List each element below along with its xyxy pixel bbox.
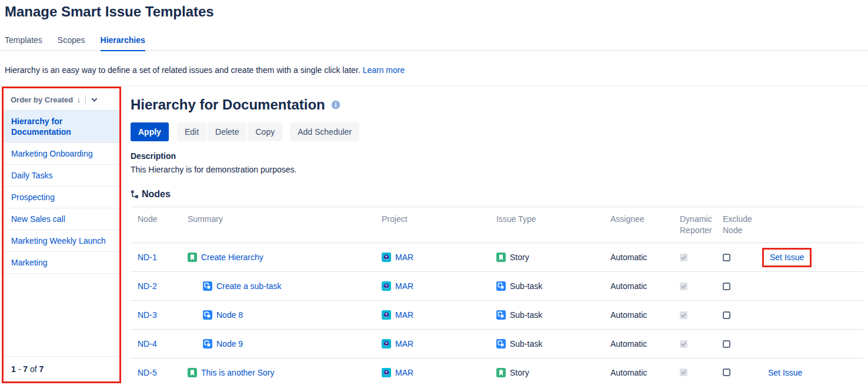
sidebar-item[interactable]: Hierarchy for Documentation [4, 111, 119, 143]
dynamic-reporter-cell [673, 369, 716, 376]
info-icon[interactable] [331, 100, 340, 109]
edit-button[interactable]: Edit [177, 122, 206, 141]
project-avatar-icon [382, 339, 391, 349]
exclude-node-checkbox[interactable] [723, 369, 730, 376]
assignee-label: Automatic [610, 310, 647, 320]
sidebar-item[interactable]: New Sales call [4, 208, 119, 230]
issue-type-cell: Sub-task [489, 281, 603, 291]
node-id-link[interactable]: ND-2 [138, 281, 157, 291]
node-id-link[interactable]: ND-5 [138, 368, 157, 377]
pagination-of: of [30, 364, 37, 374]
table-row: ND-2Create a sub-taskMARSub-taskAutomati… [131, 271, 863, 300]
project-link[interactable]: MAR [395, 281, 413, 291]
exclude-node-checkbox[interactable] [723, 254, 730, 261]
story-icon [496, 253, 506, 262]
node-id-link[interactable]: ND-4 [138, 339, 157, 349]
dynamic-reporter-checkbox [680, 340, 687, 348]
assignee-cell: Automatic [603, 310, 673, 320]
add-scheduler-button[interactable]: Add Scheduler [290, 122, 359, 141]
summary-cell: Create Hierarchy [181, 253, 375, 262]
dynamic-reporter-checkbox [680, 283, 687, 290]
main-panel: Hierarchy for Documentation Apply Edit D… [131, 86, 863, 385]
sidebar-item[interactable]: Marketing Onboarding [4, 143, 119, 165]
annotation-box-sidebar: Order by Created ↓ Hierarchy for Documen… [2, 87, 121, 383]
nodes-table: Node Summary Project Issue Type Assignee… [131, 207, 863, 385]
project-cell: MAR [375, 339, 489, 349]
issue-type-label: Story [510, 368, 529, 377]
summary-link[interactable]: Node 8 [216, 310, 243, 320]
dynamic-reporter-cell [673, 340, 716, 348]
sidebar-spacer [4, 274, 119, 356]
summary-link[interactable]: Node 9 [216, 339, 243, 349]
project-link[interactable]: MAR [395, 253, 413, 262]
exclude-node-checkbox[interactable] [723, 340, 730, 348]
project-avatar-icon [382, 281, 391, 291]
story-icon [188, 368, 197, 377]
table-row: ND-4Node 9MARSub-taskAutomatic [131, 329, 863, 358]
pagination-end: 7 [23, 364, 28, 374]
node-id-link[interactable]: ND-3 [138, 310, 157, 320]
set-issue-link[interactable]: Set Issue [770, 253, 804, 262]
action-cell: Set Issue [761, 248, 863, 267]
learn-more-link[interactable]: Learn more [363, 65, 405, 75]
issue-type-cell: Story [489, 253, 603, 262]
description-text: This Hierarchy is for demonstration purp… [131, 165, 863, 174]
hierarchy-tree-icon [131, 190, 139, 198]
issue-type-label: Sub-task [510, 310, 542, 320]
delete-button[interactable]: Delete [208, 122, 246, 141]
node-id-cell: ND-3 [131, 310, 181, 320]
dynamic-reporter-cell [673, 311, 716, 319]
project-link[interactable]: MAR [395, 310, 413, 320]
table-header: Node Summary Project Issue Type Assignee… [131, 207, 863, 243]
project-cell: MAR [375, 368, 489, 377]
summary-link[interactable]: Create Hierarchy [201, 253, 263, 262]
tab-scopes[interactable]: Scopes [58, 35, 85, 51]
annotation-box-set-issue: Set Issue [762, 248, 812, 267]
apply-button[interactable]: Apply [131, 122, 169, 141]
hierarchy-list: Hierarchy for DocumentationMarketing Onb… [4, 111, 119, 274]
assignee-label: Automatic [610, 339, 647, 349]
tab-hierarchies[interactable]: Hierarchies [101, 35, 145, 51]
project-link[interactable]: MAR [395, 339, 413, 349]
sidebar-item[interactable]: Daily Tasks [4, 165, 119, 187]
exclude-node-cell [716, 254, 761, 261]
issue-type-cell: Sub-task [489, 339, 603, 349]
sort-control[interactable]: Order by Created ↓ [4, 88, 119, 111]
page-title: Manage Smart Issue Templates [5, 4, 214, 20]
exclude-node-checkbox[interactable] [723, 283, 730, 290]
summary-link[interactable]: Create a sub-task [216, 281, 282, 291]
intro-description: Hierarchy is an easy way to define a set… [5, 65, 360, 75]
assignee-cell: Automatic [603, 281, 673, 291]
table-row: ND-3Node 8MARSub-taskAutomatic [131, 300, 863, 329]
subtask-icon [496, 281, 506, 291]
summary-cell: Create a sub-task [181, 281, 375, 291]
copy-button[interactable]: Copy [248, 122, 282, 141]
description-label: Description [131, 151, 863, 161]
project-link[interactable]: MAR [395, 368, 413, 377]
story-icon [496, 368, 506, 377]
project-cell: MAR [375, 310, 489, 320]
header-node: Node [131, 207, 181, 243]
table-row: ND-1Create HierarchyMARStoryAutomaticSet… [131, 243, 863, 271]
node-id-link[interactable]: ND-1 [138, 253, 157, 262]
sidebar-item[interactable]: Prospecting [4, 187, 119, 208]
tab-templates[interactable]: Templates [5, 35, 42, 51]
set-issue-link[interactable]: Set Issue [768, 368, 802, 377]
sidebar-item[interactable]: Marketing Weekly Launch [4, 230, 119, 252]
header-exclude-node: ExcludeNode [716, 207, 761, 243]
issue-type-label: Sub-task [510, 281, 542, 291]
subtask-icon [496, 310, 506, 320]
table-row: ND-5This is another SoryMARStoryAutomati… [131, 358, 863, 385]
exclude-node-checkbox[interactable] [723, 311, 730, 319]
sidebar-item[interactable]: Marketing [4, 252, 119, 274]
story-icon [188, 253, 197, 262]
chevron-down-icon[interactable] [91, 96, 98, 104]
issue-type-cell: Sub-task [489, 310, 603, 320]
pagination: 1 - 7 of 7 [4, 356, 119, 381]
summary-link[interactable]: This is another Sory [201, 368, 275, 377]
nodes-section-heading: Nodes [131, 189, 863, 200]
subtask-icon [203, 310, 212, 320]
node-id-cell: ND-1 [131, 253, 181, 262]
header-assignee: Assignee [603, 207, 673, 243]
subtask-icon [496, 339, 506, 349]
